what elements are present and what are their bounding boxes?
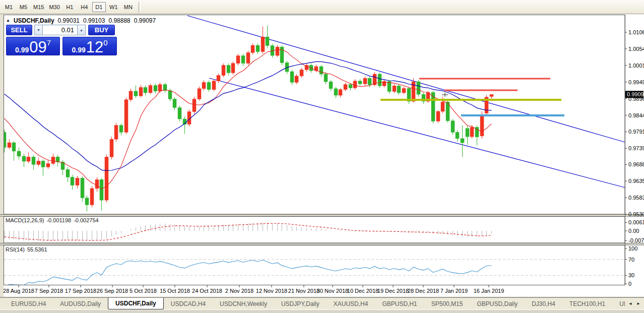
ohlc-high: 0.99103 [83, 17, 105, 24]
arrow-up-icon: ▲ [80, 28, 83, 32]
chart-tab-gbpusd[interactable]: GBPUSD,H1 [375, 298, 424, 309]
timeframe-button-h1[interactable]: H1 [63, 2, 77, 12]
tab-scroll-buttons: ◄ ► [625, 298, 644, 309]
timeframe-button-w1[interactable]: W1 [107, 2, 120, 12]
price-axis-label: 0.95305 [628, 211, 644, 217]
chart-tab-eurusd[interactable]: EURUSD,H4 [4, 298, 53, 309]
buy-button[interactable]: BUY [88, 25, 115, 35]
date-axis-label: 21 Nov 2018 [288, 288, 319, 294]
chart-tab-xauusd[interactable]: XAUUSD,H4 [327, 298, 375, 309]
date-axis-label: 19 Dec 2018 [377, 288, 409, 294]
timeframe-button-group: M1M5M15M30H1H4D1W1MN [0, 0, 136, 14]
price-axis-label: 0.96355 [628, 178, 644, 184]
timeframe-button-m30[interactable]: M30 [47, 2, 61, 12]
symbol-marker-icon: ▲ [6, 18, 10, 23]
timeframe-button-m5[interactable]: M5 [17, 2, 30, 12]
price-axis-label: 1.00015 [628, 62, 644, 69]
date-axis-label: 2 Nov 2018 [225, 288, 253, 294]
date-axis-label: 24 Oct 2018 [192, 288, 222, 294]
sell-price-button[interactable]: 0.99 09 7 [6, 37, 60, 55]
chart-window: 1.010651.005401.000150.994900.989650.984… [0, 14, 644, 297]
price-chart-canvas[interactable]: 1.010651.005401.000150.994900.989650.984… [0, 14, 644, 297]
lot-decrease-button[interactable]: ▼ [34, 25, 43, 35]
status-bar [0, 309, 644, 313]
macd-axis-label: 0.00 [628, 228, 639, 234]
price-axis-label: 0.95830 [628, 195, 644, 201]
macd-signal-value: -0.002754 [74, 217, 99, 223]
macd-axis-label: 0.006137 [628, 219, 644, 225]
buy-price-prefix: 0.99 [72, 46, 85, 53]
rsi-axis-label: 0 [628, 281, 631, 287]
chart-title: ▲ USDCHF,Daily 0.99031 0.99103 0.98888 0… [6, 17, 156, 24]
timeframe-button-m15[interactable]: M15 [31, 2, 46, 12]
tabs-scroll-left-button[interactable]: ◄ [627, 300, 634, 308]
sell-price-big: 09 [29, 41, 46, 53]
date-axis-label: 28 Dec 2018 [408, 288, 439, 294]
date-axis-label: 17 Sep 2018 [65, 288, 96, 294]
timeframe-toolbar: M1M5M15M30H1H4D1W1MN [0, 0, 644, 14]
ohlc-low: 0.98888 [108, 17, 130, 24]
toolbar-separator [139, 2, 141, 13]
price-axis-label: 0.99490 [628, 79, 644, 85]
one-click-trading-panel: SELL ▼ ▲ BUY 0.99 09 7 0.99 12 0 [6, 25, 117, 55]
ohlc-open: 0.99031 [58, 17, 80, 24]
macd-value: -0.001198 [46, 217, 71, 223]
current-price-label: 0.99097 [627, 91, 644, 97]
buy-price-sup: 0 [103, 39, 107, 46]
sell-price-sup: 7 [47, 39, 51, 46]
macd-axis-label: -0.007142 [628, 237, 644, 243]
price-axis-label: 0.96880 [628, 161, 644, 167]
macd-indicator-label: MACD(12,26,9)-0.001198-0.002754 [6, 217, 101, 223]
price-axis-label: 1.01065 [628, 29, 644, 35]
rsi-axis-label: 100 [628, 245, 637, 252]
date-axis-label: 16 Jan 2019 [474, 288, 504, 294]
rsi-axis-label: 70 [628, 257, 634, 263]
price-axis-label: 1.00540 [628, 46, 644, 52]
date-axis-label: 28 Aug 2018 [3, 288, 34, 294]
chart-tab-usdcnh[interactable]: USDCNH,Weekly [213, 298, 274, 309]
timeframe-button-mn[interactable]: MN [121, 2, 135, 12]
chart-tabbar: EURUSD,H4AUDUSD,DailyUSDCHF,DailyUSDCAD,… [0, 297, 644, 309]
chart-tab-usdchf[interactable]: USDCHF,Daily [108, 298, 164, 309]
price-axis-label: 0.98440 [628, 112, 644, 118]
tabs-scroll-right-button[interactable]: ► [635, 300, 642, 308]
date-axis-label: 30 Nov 2018 [317, 288, 348, 294]
price-axis-label: 0.97915 [628, 129, 644, 135]
sell-price-prefix: 0.99 [15, 46, 29, 53]
chart-tab-usdcad[interactable]: USDCAD,H4 [164, 298, 213, 309]
date-axis-label: 26 Sep 2018 [97, 288, 128, 294]
timeframe-button-m1[interactable]: M1 [2, 2, 16, 12]
chart-tab-gbpusd[interactable]: GBPUSD,Daily [470, 298, 525, 309]
buy-price-button[interactable]: 0.99 12 0 [62, 37, 117, 55]
ohlc-close: 0.99097 [134, 17, 156, 24]
chart-tab-usdjpy[interactable]: USDJPY,Daily [274, 298, 327, 309]
lot-size-input[interactable] [43, 25, 77, 35]
rsi-name: RSI(14) [6, 246, 25, 253]
symbol-title: USDCHF,Daily [14, 17, 54, 24]
chart-tabs: EURUSD,H4AUDUSD,DailyUSDCHF,DailyUSDCAD,… [0, 298, 625, 309]
date-axis-label: 15 Oct 2018 [160, 288, 190, 294]
date-axis-label: 5 Oct 2018 [130, 288, 157, 294]
chart-tab-sp500[interactable]: SP500,M15 [424, 298, 470, 309]
rsi-value: 55.5361 [27, 246, 47, 253]
chart-tab-audusd[interactable]: AUDUSD,Daily [53, 298, 108, 309]
timeframe-button-h4[interactable]: H4 [78, 2, 91, 12]
date-axis-label: 7 Sep 2018 [35, 288, 63, 294]
mt4-terminal: { "toolbar": { "timeframes": ["M1","M5",… [0, 0, 644, 313]
rsi-axis-label: 30 [628, 272, 634, 278]
macd-name: MACD(12,26,9) [6, 217, 44, 223]
date-axis-label: 12 Nov 2018 [256, 288, 287, 294]
chart-tab-tech100[interactable]: TECH100,H1 [562, 298, 612, 309]
lot-increase-button[interactable]: ▲ [77, 25, 86, 35]
chart-tab-ukoil[interactable]: UKOil,H1 [612, 298, 625, 309]
timeframe-button-d1[interactable]: D1 [92, 2, 106, 12]
date-axis-label: 10 Dec 2018 [347, 288, 378, 294]
price-axis-label: 0.97390 [628, 145, 644, 151]
sell-button[interactable]: SELL [6, 25, 32, 35]
rsi-indicator-label: RSI(14)55.5361 [6, 246, 50, 253]
chart-tab-dj30[interactable]: DJ30,H4 [525, 298, 562, 309]
date-axis-label: 7 Jan 2019 [440, 288, 468, 294]
arrow-down-icon: ▼ [37, 28, 40, 32]
buy-price-big: 12 [86, 41, 103, 53]
